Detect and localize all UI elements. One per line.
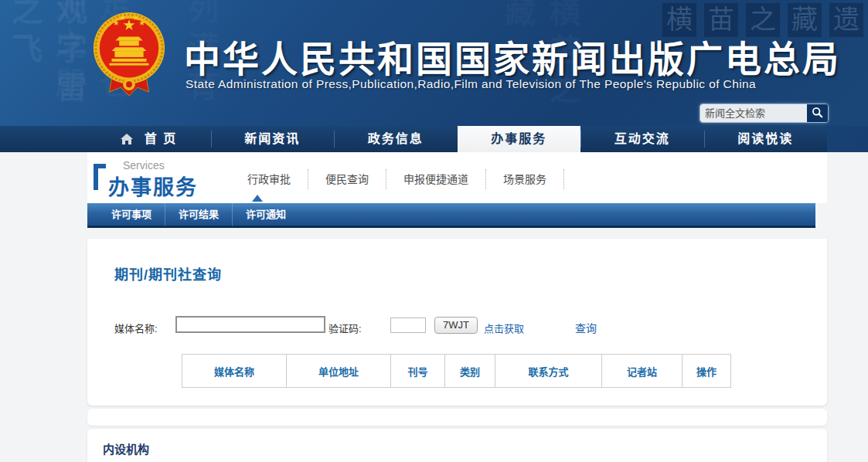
site-subtitle: State Administration of Press,Publicatio… <box>186 77 756 91</box>
col-issue-number: 刊号 <box>391 355 445 388</box>
submenu-license-items[interactable]: 许可事项 <box>98 203 165 226</box>
nav-item-interaction[interactable]: 互动交流 <box>580 126 704 152</box>
col-category: 类别 <box>445 355 495 388</box>
tab-scenario-services[interactable]: 场景服务 <box>486 169 564 189</box>
content-area: Services 办事服务 行政审批 便民查询 申报便捷通道 场景服务 许可事项… <box>87 152 827 462</box>
col-operation: 操作 <box>682 355 731 388</box>
nav-item-home[interactable]: 首 页 <box>87 126 211 152</box>
query-link[interactable]: 查询 <box>575 320 597 335</box>
nav-spacer <box>0 126 87 152</box>
tab-administrative-approval[interactable]: 行政审批 <box>230 169 308 189</box>
search-button[interactable] <box>807 104 828 122</box>
query-panel: 期刊/期刊社查询 媒体名称: 验证码: 7WJT 点击获取 查询 媒体名称 单位… <box>87 239 827 406</box>
site-title: 中华人民共和国国家新闻出版广电总局 <box>184 29 841 83</box>
media-name-label: 媒体名称: <box>114 321 158 335</box>
nav-item-services[interactable]: 办事服务 <box>458 126 581 152</box>
nav-item-label: 首 页 <box>145 132 177 145</box>
internal-orgs-title: 内设机构 <box>103 440 149 457</box>
divider-panel <box>87 409 827 426</box>
spacer <box>87 228 827 239</box>
page-title: 期刊/期刊社查询 <box>114 263 222 284</box>
col-contact: 联系方式 <box>495 355 602 388</box>
col-unit-address: 单位地址 <box>287 355 391 388</box>
col-reporter-station: 记者站 <box>602 355 682 388</box>
submenu-license-notices[interactable]: 许可通知 <box>233 203 299 226</box>
col-media-name: 媒体名称 <box>182 355 287 388</box>
home-icon <box>121 134 138 147</box>
captcha-refresh-link[interactable]: 点击获取 <box>484 321 524 335</box>
captcha-input[interactable] <box>390 318 426 333</box>
tab-convenience-query[interactable]: 便民查询 <box>308 169 386 189</box>
header-texture: 观字雷之飞 <box>2 0 91 126</box>
nav-item-reading[interactable]: 阅读悦读 <box>704 126 828 152</box>
results-table: 媒体名称 单位地址 刊号 类别 联系方式 记者站 操作 <box>182 354 731 388</box>
nav-item-news[interactable]: 新闻资讯 <box>211 126 335 152</box>
corner-bracket-decoration <box>94 164 106 190</box>
search-icon <box>812 107 823 121</box>
table-header-row: 媒体名称 单位地址 刊号 类别 联系方式 记者站 操作 <box>182 355 731 388</box>
site-search <box>700 104 829 123</box>
media-name-input[interactable] <box>175 316 325 333</box>
tab-declaration-channel[interactable]: 申报便捷通道 <box>386 169 486 189</box>
captcha-code-button[interactable]: 7WJT <box>434 317 478 334</box>
site-header: 观字雷之飞 足日也天之朋 列满育 横苗之藏 横苗之藏遗 中华人民共和国国家新闻出… <box>0 0 868 126</box>
services-title: 办事服务 <box>108 171 198 201</box>
services-panel: Services 办事服务 行政审批 便民查询 申报便捷通道 场景服务 <box>87 152 827 203</box>
submenu-license-results[interactable]: 许可结果 <box>165 203 233 226</box>
main-nav: 首 页 新闻资讯 政务信息 办事服务 互动交流 阅读悦读 <box>0 126 868 152</box>
national-emblem <box>91 8 167 105</box>
services-eyebrow: Services <box>123 159 165 172</box>
submenu-bar: 许可事项 许可结果 许可通知 <box>87 203 815 228</box>
captcha-label: 验证码: <box>328 321 362 335</box>
nav-item-gov-info[interactable]: 政务信息 <box>334 126 458 152</box>
services-tabs: 行政审批 便民查询 申报便捷通道 场景服务 <box>230 169 564 189</box>
search-input[interactable] <box>700 104 807 122</box>
internal-orgs-panel: 内设机构 <box>87 429 827 462</box>
